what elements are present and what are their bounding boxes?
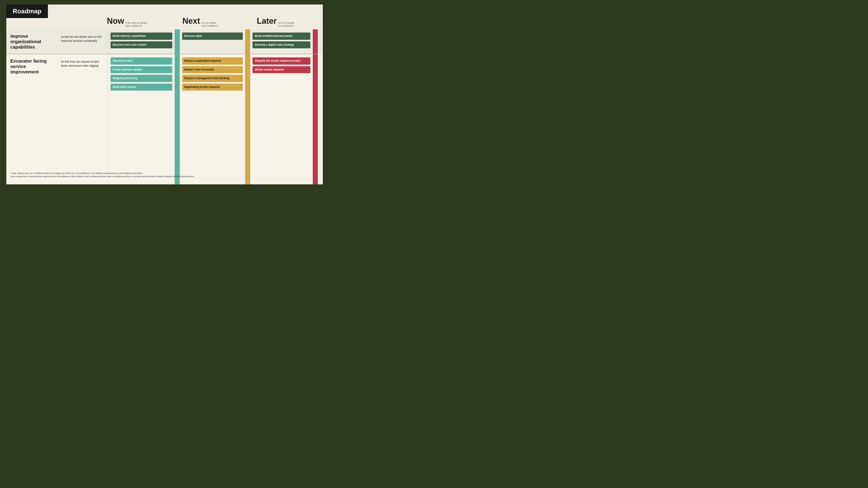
table-row: Excavator facing service improvement so … — [6, 54, 323, 184]
slide-title: Roadmap — [6, 4, 48, 18]
next-desc: 6 to 12 months med confidence* — [202, 22, 218, 27]
later-cards-excavator: Simplify the locate request process Mobi… — [252, 57, 310, 73]
row-desc-improve-org: so that we can deliver and run the impro… — [61, 35, 106, 43]
next-label: Next — [182, 16, 200, 26]
band-cybersecurity: Cybersecurity — [175, 54, 180, 184]
card-mapping-discovery: Mapping discovery — [111, 75, 173, 82]
card-build-delivery: Build delivery capabilities — [111, 33, 173, 40]
now-label: Now — [107, 16, 124, 26]
band-cloud-excavator: Cloud and back-end migration — [245, 54, 250, 184]
next-cards-excavator: Reduce suspended requests Modern User Ac… — [182, 57, 243, 91]
footer-line2: Once a deep dive is conducted the requir… — [10, 175, 194, 178]
card-request-management: Request management and tracking — [182, 75, 243, 82]
card-user-centric: Become more user centric — [111, 41, 173, 48]
now-desc: in the next six months high confidence* — [125, 22, 147, 27]
later-cards-improve-org: Build multidisciplinary teams Develop a … — [252, 33, 310, 48]
table-row: Improve organizational capabilities so t… — [6, 29, 323, 54]
now-cards-improve-org: Build delivery capabilities Become more … — [111, 33, 173, 48]
card-portal-update: Portal interface update — [111, 66, 173, 73]
row-title-improve-org: Improve organizational capabilities — [10, 33, 56, 50]
row-title-excavator: Excavator facing service improvement — [10, 58, 56, 74]
card-mobile-locate: Mobile locate requests — [252, 66, 310, 73]
card-multidisciplinary: Build multidisciplinary teams — [252, 33, 310, 40]
footer-line1: * High, Medium and Low Confidence refers… — [10, 172, 194, 175]
col-header-next: Next 6 to 12 months med confidence* — [182, 16, 252, 27]
card-simplify-locate: Simplify the locate request process — [252, 57, 310, 65]
later-label: Later — [257, 16, 277, 26]
card-reduce-suspended: Reduce suspended requests — [182, 57, 243, 65]
col-header-later: Later 12 to 24 months low confidence* — [257, 16, 318, 27]
now-cards-excavator: Sharing locates Portal interface update … — [111, 57, 173, 91]
card-negotiating-locates: Negotiating locate requests — [182, 84, 243, 91]
card-modern-accounts: Modern User Accounts — [182, 66, 243, 73]
footer: * High, Medium and Low Confidence refers… — [10, 172, 194, 178]
later-desc: 12 to 24 months low confidence* — [278, 22, 294, 27]
band-revenue-excavator: New methods of revenue generation — [313, 54, 318, 184]
row-desc-excavator: so that they can request locates faster … — [61, 60, 106, 68]
card-digital-data-strategy: Develop a digital data strategy — [252, 41, 310, 48]
next-cards-improve-org: Become agile — [182, 33, 243, 40]
card-dedicated-locator: Dedicated Locator — [111, 84, 173, 91]
card-become-agile: Become agile — [182, 33, 243, 40]
col-header-now: Now in the next six months high confiden… — [107, 16, 178, 27]
card-sharing-locates: Sharing locates — [111, 57, 173, 65]
